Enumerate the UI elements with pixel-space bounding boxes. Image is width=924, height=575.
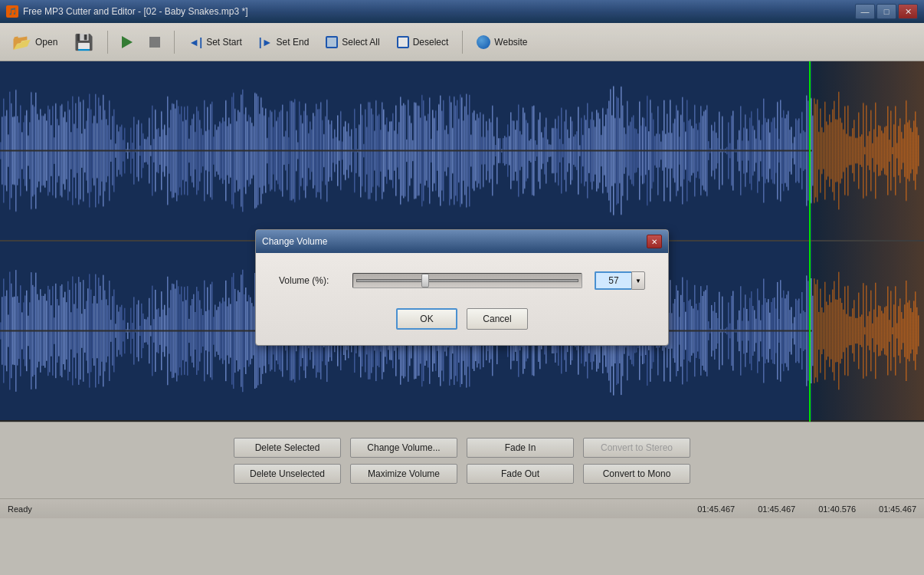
volume-slider[interactable] xyxy=(352,273,582,288)
change-volume-dialog: Change Volume ✕ Volume (%): ▼ OK Cancel xyxy=(255,229,669,346)
volume-label: Volume (%): xyxy=(279,275,340,286)
ok-button[interactable]: OK xyxy=(396,308,457,330)
modal-title: Change Volume xyxy=(262,236,327,247)
modal-buttons: OK Cancel xyxy=(279,308,645,330)
volume-row: Volume (%): ▼ xyxy=(279,271,645,290)
slider-thumb[interactable] xyxy=(421,274,429,288)
volume-input-container: ▼ xyxy=(595,271,645,290)
modal-content: Volume (%): ▼ OK Cancel xyxy=(256,253,668,345)
volume-dropdown-button[interactable]: ▼ xyxy=(631,271,645,290)
slider-track xyxy=(356,279,578,282)
modal-overlay: Change Volume ✕ Volume (%): ▼ OK Cancel xyxy=(0,0,924,575)
modal-close-button[interactable]: ✕ xyxy=(647,235,662,248)
modal-titlebar: Change Volume ✕ xyxy=(256,230,668,253)
volume-input[interactable] xyxy=(595,271,631,290)
cancel-button[interactable]: Cancel xyxy=(467,308,528,330)
